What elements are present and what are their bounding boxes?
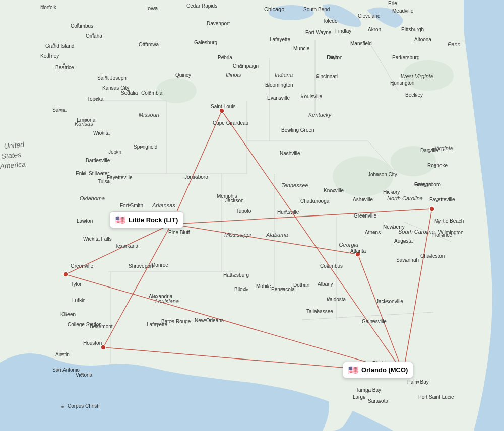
svg-point-92 — [372, 320, 374, 322]
svg-point-37 — [149, 91, 151, 93]
label-new-orleans: New Orleans — [195, 318, 224, 323]
svg-point-104 — [436, 200, 438, 202]
label-kentucky: Kentucky — [308, 112, 332, 118]
airport-popup-lit[interactable]: 🇺🇸 Little Rock (LIT) — [110, 211, 183, 228]
label-port-saint-lucie: Port Saint Lucie — [418, 394, 454, 400]
map-container: Chicago South Bend Norfolk Iowa Cedar Ra… — [0, 0, 504, 431]
svg-point-75 — [81, 300, 83, 302]
svg-point-42 — [85, 119, 87, 121]
svg-point-38 — [267, 85, 269, 87]
label-atlanta: Atlanta — [350, 248, 366, 254]
label-saint-joseph: Saint Joseph — [97, 75, 127, 81]
map-svg: Chicago South Bend Norfolk Iowa Cedar Ra… — [0, 0, 504, 431]
label-penn: Penn — [448, 41, 461, 47]
label-cleveland: Cleveland — [358, 13, 380, 19]
label-findlay: Findlay — [335, 28, 351, 34]
airport-popup-mco[interactable]: 🇺🇸 Orlando (MCO) — [343, 362, 413, 378]
svg-point-102 — [377, 174, 379, 176]
svg-point-108 — [57, 369, 59, 371]
label-springfield: Springfield — [134, 144, 157, 150]
svg-point-52 — [332, 190, 334, 192]
svg-point-94 — [367, 391, 369, 393]
label-charleston: Charleston — [420, 253, 445, 259]
label-bartlesville: Bartlesville — [86, 158, 110, 163]
svg-point-41 — [59, 109, 61, 111]
label-dayton: Dayton — [327, 55, 343, 60]
label-fort-smith: Fort Smith — [120, 203, 143, 208]
label-texarkana: Texarkana — [115, 243, 139, 249]
svg-point-71 — [392, 227, 394, 229]
svg-point-51 — [311, 200, 313, 202]
flag-icon-mco: 🇺🇸 — [348, 365, 358, 375]
svg-point-45 — [141, 146, 143, 148]
label-columbia: Columbia — [141, 90, 163, 96]
svg-point-78 — [246, 289, 248, 291]
svg-point-81 — [303, 284, 305, 286]
label-louisiana: Louisiana — [155, 298, 179, 304]
label-iowa: Iowa — [146, 5, 158, 11]
label-pittsburgh: Pittsburgh — [401, 27, 424, 32]
svg-point-70 — [373, 232, 375, 234]
label-topeka: Topeka — [87, 96, 104, 102]
svg-point-74 — [79, 283, 81, 285]
svg-point-61 — [233, 199, 235, 201]
svg-point-86 — [156, 323, 158, 325]
svg-point-83 — [405, 260, 407, 262]
label-victoria: Victoria — [76, 372, 93, 378]
svg-point-90 — [317, 310, 319, 312]
svg-point-27 — [63, 63, 65, 65]
svg-point-55 — [115, 176, 117, 178]
label-sedalia: Sedalia — [121, 90, 138, 96]
label-erie: Erie — [388, 1, 397, 6]
label-augusta: Augusta — [394, 238, 413, 244]
svg-point-49 — [285, 153, 287, 155]
svg-point-97 — [424, 185, 426, 187]
svg-point-112 — [66, 314, 68, 316]
svg-point-31 — [105, 76, 107, 78]
svg-point-34 — [96, 98, 98, 100]
label-johnson-city: Johnson City — [368, 172, 397, 177]
label-fayetteville-nc: Fayetteville — [429, 197, 455, 202]
svg-point-77 — [233, 275, 235, 277]
label-joplin: Joplin — [108, 149, 121, 155]
svg-point-100 — [392, 84, 394, 86]
label-cedar-rapids: Cedar Rapids — [186, 3, 217, 9]
label-tallahassee: Tallahassee — [306, 309, 333, 314]
svg-point-72 — [403, 241, 405, 243]
label-chattanooga: Chattanooga — [300, 198, 330, 204]
svg-point-48 — [288, 130, 290, 132]
svg-point-110 — [81, 373, 83, 375]
svg-point-91 — [386, 300, 388, 302]
label-evansville: Evansville — [267, 95, 290, 101]
svg-point-26 — [48, 53, 50, 55]
label-albany: Albany — [318, 281, 333, 287]
label-chicago: Chicago — [264, 6, 284, 12]
svg-point-103 — [392, 192, 394, 194]
label-mobile: Mobile — [256, 283, 271, 289]
svg-point-57 — [99, 173, 101, 175]
label-mansfield: Mansfield — [350, 41, 372, 46]
label-south-carolina: South Carolina — [398, 229, 435, 235]
svg-point-65 — [124, 245, 126, 247]
label-tupelo: Tupelo — [236, 208, 251, 214]
svg-point-25 — [53, 43, 55, 45]
label-beckley: Beckley — [405, 92, 423, 98]
svg-point-33 — [240, 64, 242, 66]
label-monroe: Monroe — [151, 262, 168, 268]
svg-point-23 — [77, 23, 79, 25]
label-cincinnati: Cincinnati — [316, 74, 338, 79]
label-beatrice: Beatrice — [55, 65, 74, 70]
label-fort-wayne: Fort Wayne — [305, 30, 332, 35]
svg-point-98 — [428, 151, 430, 153]
label-bowling-green: Bowling Green — [281, 127, 314, 133]
label-virginia: Virginia — [434, 145, 453, 151]
label-toledo: Toledo — [323, 18, 338, 24]
label-illinois: Illinois — [226, 71, 241, 78]
label-jonesboro: Jonesboro — [184, 174, 208, 180]
label-ottumwa: Ottumwa — [139, 42, 159, 47]
svg-point-66 — [138, 265, 140, 267]
label-peoria: Peoria — [218, 55, 232, 60]
label-gainesville: Gainesville — [362, 319, 387, 324]
label-pensacola: Pensacola — [271, 286, 295, 292]
svg-point-80 — [281, 288, 283, 290]
